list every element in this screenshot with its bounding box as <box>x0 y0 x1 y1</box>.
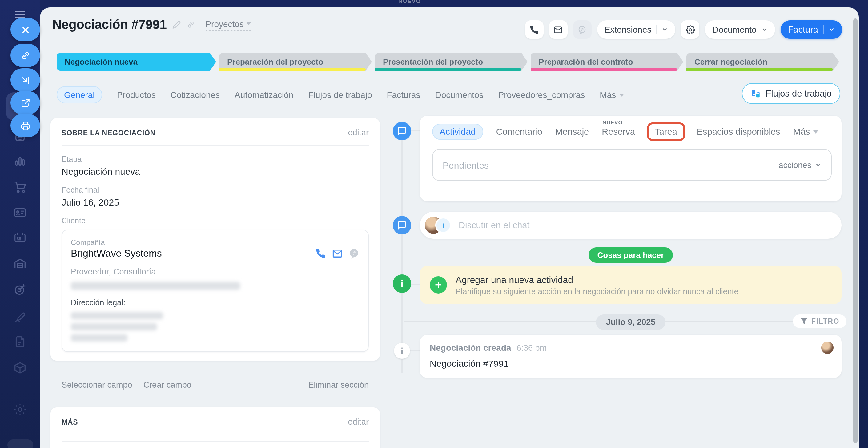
stage-cerrar-negociacion[interactable]: Cerrar negociación <box>686 53 839 71</box>
document-edit-icon[interactable] <box>12 333 28 350</box>
client-chat-icon[interactable] <box>348 248 360 259</box>
add-activity-plus-button[interactable]: + <box>430 276 447 293</box>
add-participant-button[interactable]: + <box>435 217 451 233</box>
stage-underline <box>219 68 366 71</box>
stage-preparacion-contrato[interactable]: Preparación del contrato <box>531 53 683 71</box>
hamburger-menu-icon[interactable] <box>15 11 25 19</box>
edit-more-link[interactable]: editar <box>348 417 369 426</box>
package-icon[interactable] <box>12 359 28 375</box>
factura-button[interactable]: Factura <box>781 20 842 39</box>
cart-icon[interactable] <box>12 179 28 194</box>
mail-button[interactable] <box>549 20 567 39</box>
extensions-label: Extensiones <box>604 25 652 34</box>
about-card-title: SOBRE LA NEGOCIACIÓN <box>62 129 155 136</box>
arrow-down-right-button[interactable] <box>10 68 40 92</box>
client-card: Compañía BrightWave Systems Proveedor, C… <box>62 229 369 352</box>
event-card[interactable]: Negociación creada 6:36 pm Negociación #… <box>420 335 841 378</box>
composer-tab-actividad[interactable]: Actividad <box>432 124 483 140</box>
pending-input[interactable]: Pendientes acciones <box>432 149 832 181</box>
client-phone-icon[interactable] <box>315 248 326 259</box>
field-label-cliente: Cliente <box>62 217 369 225</box>
edit-about-link[interactable]: editar <box>348 128 369 137</box>
add-activity-hint[interactable]: + Agregar una nueva actividad Planifique… <box>420 266 841 304</box>
detail-tabs: General Productos Cotizaciones Automatiz… <box>57 86 624 103</box>
actions-dropdown[interactable]: acciones <box>778 160 821 169</box>
company-name[interactable]: BrightWave Systems <box>71 248 315 259</box>
field-value-fecha-final[interactable]: Julio 16, 2025 <box>62 197 369 207</box>
edit-title-icon[interactable] <box>172 20 181 29</box>
filter-button[interactable]: FILTRO <box>793 315 847 328</box>
printer-button[interactable] <box>10 114 40 137</box>
documento-button[interactable]: Documento <box>705 20 775 39</box>
close-button[interactable] <box>10 18 40 41</box>
copy-link-icon[interactable] <box>186 20 195 29</box>
stage-preparacion-proyecto[interactable]: Preparación del proyecto <box>219 53 372 71</box>
info-green-icon: i <box>393 275 411 293</box>
timeline-connector <box>410 225 420 225</box>
chat-bot-button[interactable] <box>573 20 592 39</box>
target-icon[interactable] <box>12 281 28 297</box>
field-label-fecha-final: Fecha final <box>62 186 369 194</box>
select-field-link[interactable]: Seleccionar campo <box>62 380 132 391</box>
date-separator: Julio 9, 2025 <box>596 315 665 330</box>
bar-chart-icon[interactable] <box>12 153 28 169</box>
stage-presentacion-proyecto[interactable]: Presentación del proyecto <box>375 53 528 71</box>
phone-button[interactable] <box>525 20 544 39</box>
stage-negociacion-nueva[interactable]: Negociación nueva <box>57 53 216 71</box>
tab-mas[interactable]: Más <box>599 90 624 100</box>
hint-subtitle: Planifique su siguiente acción en la neg… <box>456 286 738 296</box>
address-label: Dirección legal: <box>71 298 360 307</box>
composer-tab-tarea-label: Tarea <box>655 127 677 137</box>
more-card-title: MÁS <box>62 418 78 425</box>
composer-tab-tarea[interactable]: Tarea <box>647 123 685 141</box>
field-value-etapa[interactable]: Negociación nueva <box>62 166 369 177</box>
link-button[interactable] <box>10 44 40 67</box>
chat-placeholder: Discutir en el chat <box>459 220 530 230</box>
external-link-button[interactable] <box>10 91 40 115</box>
sidebar-bottom-pill <box>7 439 33 448</box>
divider <box>62 145 369 146</box>
actions-label: acciones <box>778 160 811 169</box>
composer-tabs: Actividad Comentario Mensaje NUEVO Reser… <box>432 124 832 140</box>
tab-cotizaciones[interactable]: Cotizaciones <box>170 90 220 100</box>
about-deal-card: SOBRE LA NEGOCIACIÓN editar Etapa Negoci… <box>51 118 380 361</box>
extensions-button[interactable]: Extensiones <box>597 20 676 39</box>
vertical-scrollbar[interactable] <box>853 19 858 443</box>
event-title: Negociación creada <box>430 343 511 353</box>
tab-proveedores-compras[interactable]: Proveedores_compras <box>498 90 585 100</box>
delete-section-link[interactable]: Eliminar sección <box>308 380 369 391</box>
category-selector[interactable]: Proyectos <box>205 19 251 30</box>
composer-tab-reserva[interactable]: NUEVO Reserva <box>602 127 635 137</box>
id-card-icon[interactable] <box>12 204 28 220</box>
tab-flujos-de-trabajo[interactable]: Flujos de trabajo <box>308 90 372 100</box>
chevron-down-icon <box>813 130 818 133</box>
chevron-down-icon <box>246 22 251 25</box>
pending-placeholder: Pendientes <box>443 160 778 170</box>
pen-icon[interactable] <box>12 308 28 324</box>
header-actions: Extensiones Documento Factura <box>525 20 842 39</box>
sidebar <box>0 0 40 448</box>
workflow-icon <box>750 88 761 99</box>
tab-documentos[interactable]: Documentos <box>435 90 483 100</box>
about-card-footer-links: Seleccionar campo Crear campo Eliminar s… <box>51 380 380 391</box>
client-mail-icon[interactable] <box>332 248 343 259</box>
workflows-button[interactable]: Flujos de trabajo <box>742 83 840 104</box>
tab-general[interactable]: General <box>57 86 102 103</box>
calendar-icon[interactable] <box>12 229 28 246</box>
composer-tab-mas[interactable]: Más <box>793 127 818 137</box>
create-field-link[interactable]: Crear campo <box>144 380 191 391</box>
composer-tab-espacios[interactable]: Espacios disponibles <box>697 127 780 137</box>
chat-input[interactable]: + Discutir en el chat <box>420 212 841 239</box>
tab-facturas[interactable]: Facturas <box>387 90 421 100</box>
settings-button[interactable] <box>681 20 699 39</box>
gear-icon[interactable] <box>12 401 28 417</box>
todo-badge[interactable]: Cosas para hacer <box>589 247 673 263</box>
composer-tab-comentario[interactable]: Comentario <box>496 127 542 137</box>
tab-productos[interactable]: Productos <box>117 90 156 100</box>
composer-bubble-icon <box>393 122 411 140</box>
tab-automatizacion[interactable]: Automatización <box>235 90 293 100</box>
funnel-icon <box>800 318 808 325</box>
warehouse-icon[interactable] <box>12 255 28 271</box>
more-card: MÁS editar <box>51 407 380 448</box>
composer-tab-mensaje[interactable]: Mensaje <box>555 127 589 137</box>
